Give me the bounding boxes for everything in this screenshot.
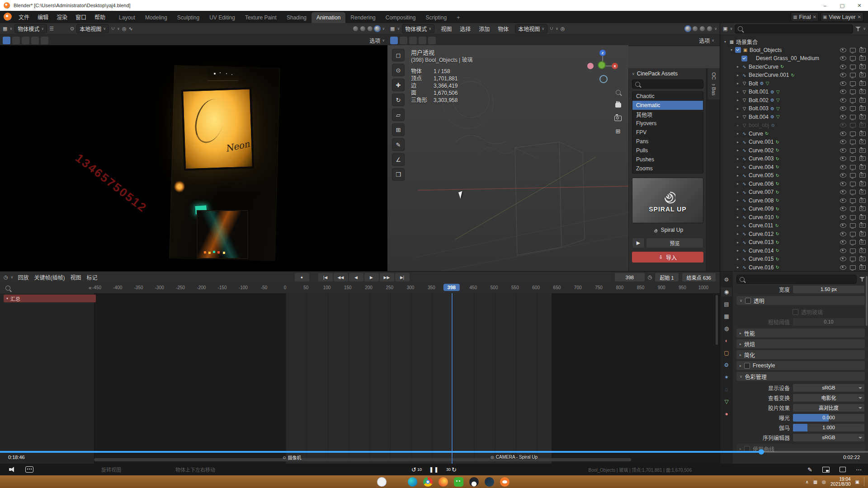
chevron-down-icon[interactable]: ∨ bbox=[556, 27, 558, 31]
hide-in-viewport-icon[interactable] bbox=[840, 131, 846, 136]
select-mode-invert-icon[interactable] bbox=[419, 37, 426, 44]
shading-wireframe-icon[interactable] bbox=[353, 26, 358, 31]
outliner-row[interactable]: ▸ ▽ Bolt.002 ⚙ ▽ bbox=[720, 96, 868, 105]
expand-icon[interactable]: ▸ bbox=[736, 123, 740, 127]
disable-in-renders-icon[interactable] bbox=[859, 173, 866, 178]
disable-in-viewports-icon[interactable] bbox=[850, 65, 856, 69]
properties-tab[interactable]: ✶ bbox=[721, 373, 732, 382]
hide-in-viewport-icon[interactable] bbox=[840, 73, 846, 77]
category-item[interactable]: Chaotic bbox=[632, 92, 703, 101]
outliner-row[interactable]: ▸ ∿ Curve ↻ bbox=[720, 130, 868, 138]
category-item[interactable]: Zooms bbox=[632, 164, 703, 173]
freestyle-section[interactable]: ▸ Freestyle bbox=[736, 361, 865, 370]
shading-dropdown-icon[interactable]: ∨ bbox=[382, 27, 385, 31]
disable-in-viewports-icon[interactable] bbox=[850, 81, 856, 86]
frame-start-field[interactable]: 起始 1 bbox=[655, 272, 679, 282]
zoom-icon[interactable] bbox=[613, 87, 623, 98]
disable-in-renders-icon[interactable] bbox=[859, 206, 866, 211]
film-transparent-section[interactable]: ∨ 透明 bbox=[736, 296, 865, 305]
current-frame-badge[interactable]: 398 bbox=[443, 284, 460, 291]
gizmo-z-neg-axis[interactable] bbox=[599, 75, 608, 83]
hide-in-viewport-icon[interactable] bbox=[840, 215, 846, 220]
outliner-row[interactable]: ▸ ∿ Curve.016 ↻ bbox=[720, 263, 868, 272]
tool-button[interactable]: ◻ bbox=[392, 49, 405, 61]
pause-button[interactable]: ❚❚ bbox=[429, 466, 439, 473]
disable-in-viewports-icon[interactable] bbox=[850, 206, 856, 211]
disable-in-renders-icon[interactable] bbox=[859, 81, 866, 86]
disable-in-viewports-icon[interactable] bbox=[850, 215, 856, 220]
object-name[interactable]: Curve.004 bbox=[749, 164, 774, 170]
hide-in-viewport-icon[interactable] bbox=[840, 156, 846, 161]
close-button[interactable]: ✕ bbox=[851, 0, 868, 11]
hide-in-viewport-icon[interactable] bbox=[840, 198, 846, 203]
object-name[interactable]: Curve.013 bbox=[749, 239, 774, 245]
object-name[interactable]: bool_obj bbox=[749, 122, 769, 128]
hide-in-viewport-icon[interactable] bbox=[840, 123, 846, 127]
outliner-row[interactable]: ▸ ∿ Curve.011 ↻ bbox=[720, 221, 868, 230]
tray-volume-icon[interactable]: ◎ bbox=[822, 479, 826, 484]
scrollbar[interactable] bbox=[866, 276, 868, 326]
miniplayer-icon[interactable] bbox=[822, 467, 830, 473]
taskbar-icon[interactable] bbox=[439, 477, 448, 487]
asset-preview[interactable]: SPIRAL UP bbox=[632, 178, 703, 223]
object-name[interactable]: Curve.010 bbox=[749, 214, 774, 221]
tool-button[interactable]: ▱ bbox=[392, 108, 405, 121]
expand-icon[interactable]: ▸ bbox=[736, 224, 740, 228]
expand-icon[interactable]: ▾ bbox=[729, 48, 734, 52]
camera-view-icon[interactable] bbox=[613, 113, 623, 124]
expand-icon[interactable]: ▸ bbox=[736, 198, 740, 202]
timeline-menu-item[interactable]: 标记 bbox=[85, 273, 99, 281]
disable-in-renders-icon[interactable] bbox=[859, 131, 866, 136]
menu-item[interactable]: 帮助 bbox=[90, 11, 109, 23]
menu-item[interactable]: 文件 bbox=[14, 11, 33, 23]
object-name[interactable]: Bolt.001 bbox=[749, 89, 769, 95]
properties-tab[interactable]: ⚙ bbox=[721, 275, 732, 284]
expand-icon[interactable]: ▸ bbox=[736, 148, 740, 152]
color-management-section[interactable]: ∨ 色彩管理 bbox=[736, 372, 865, 381]
cinepack-header[interactable]: ∨ CinePack Assets bbox=[629, 68, 707, 79]
workspace-tab[interactable]: + bbox=[452, 12, 465, 23]
disable-in-viewports-icon[interactable] bbox=[850, 131, 856, 136]
select-mode-new-icon[interactable] bbox=[3, 37, 10, 44]
filter-icon[interactable] bbox=[859, 277, 865, 282]
disable-in-viewports-icon[interactable] bbox=[850, 56, 856, 61]
falloff-icon[interactable]: ∿ bbox=[128, 26, 132, 32]
hide-in-viewport-icon[interactable] bbox=[840, 249, 846, 253]
chevron-down-icon[interactable]: ∨ bbox=[863, 27, 866, 31]
select-mode-extend-icon[interactable] bbox=[12, 37, 20, 44]
hide-in-viewport-icon[interactable] bbox=[840, 140, 846, 144]
shading-wireframe-icon[interactable] bbox=[685, 26, 690, 31]
collapse-channels-icon[interactable]: « bbox=[89, 285, 92, 291]
disable-in-renders-icon[interactable] bbox=[859, 232, 866, 236]
collapse-icon[interactable]: ∨ bbox=[632, 72, 635, 76]
expand-icon[interactable]: ▸ bbox=[736, 98, 740, 102]
properties-tab[interactable]: ⚙ bbox=[721, 361, 732, 370]
tray-expand-icon[interactable]: ∧ bbox=[806, 479, 809, 484]
hide-in-viewport-icon[interactable] bbox=[840, 98, 846, 103]
shading-rendered-icon[interactable] bbox=[375, 26, 380, 31]
hide-in-viewport-icon[interactable] bbox=[840, 173, 846, 178]
outliner-row[interactable]: ▸ ∿ Curve.014 ↻ bbox=[720, 247, 868, 255]
skip-forward-button[interactable]: 30↻ bbox=[446, 466, 457, 473]
object-name[interactable]: Desert Grass_00_Medium bbox=[756, 55, 819, 61]
disable-in-renders-icon[interactable] bbox=[859, 223, 866, 228]
taskbar-icon[interactable] bbox=[500, 477, 509, 487]
playback-button[interactable]: ▶▶ bbox=[380, 273, 394, 282]
proportional-edit-icon[interactable]: ◎ bbox=[122, 26, 127, 32]
hide-in-viewport-icon[interactable] bbox=[840, 206, 846, 211]
outliner-row[interactable]: ▸ ∿ Curve.001 ↻ bbox=[720, 138, 868, 146]
tool-button[interactable]: ✚ bbox=[392, 79, 405, 91]
playhead[interactable] bbox=[452, 293, 453, 467]
hide-in-viewport-icon[interactable] bbox=[840, 165, 846, 169]
playback-button[interactable]: ◀ bbox=[349, 273, 363, 282]
object-name[interactable]: Curve bbox=[749, 131, 763, 137]
notification-center-icon[interactable]: ▣ bbox=[855, 479, 859, 484]
workspace-tab[interactable]: Scripting bbox=[420, 12, 452, 23]
disable-in-renders-icon[interactable] bbox=[859, 89, 866, 94]
tool-options-label[interactable]: 选项 bbox=[699, 37, 710, 44]
expand-icon[interactable]: ▸ bbox=[736, 190, 740, 194]
volume-icon[interactable] bbox=[9, 466, 17, 473]
scene-selector[interactable]: ▦ Final ✕ bbox=[791, 12, 819, 22]
collection-checkbox[interactable] bbox=[735, 47, 741, 53]
expand-icon[interactable]: ▸ bbox=[736, 165, 740, 169]
